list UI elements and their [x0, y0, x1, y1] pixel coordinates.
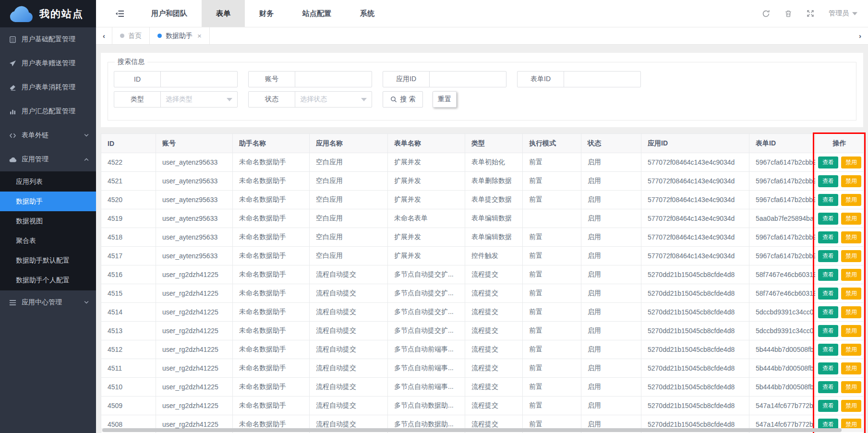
disable-button[interactable]: 禁用	[841, 344, 861, 356]
sidebar-subitem-数据助手个人配置[interactable]: 数据助手个人配置	[0, 270, 96, 290]
disable-button[interactable]: 禁用	[841, 213, 861, 225]
fullscreen-icon[interactable]	[807, 10, 814, 17]
sidebar-item-app-manage[interactable]: 应用管理	[0, 147, 96, 171]
field-input-应用ID[interactable]	[430, 72, 506, 87]
table-cell-actions: 查看禁用	[816, 378, 864, 397]
field-select-状态[interactable]: 选择状态	[295, 92, 372, 107]
sidebar-item-user-form-gift[interactable]: 用户表单赠送管理	[0, 51, 96, 75]
trash-icon[interactable]	[784, 10, 792, 18]
disable-button[interactable]: 禁用	[841, 194, 861, 206]
sidebar-item-user-summary[interactable]: 用户汇总配置管理	[0, 99, 96, 123]
column-header-执行模式: 执行模式	[523, 134, 581, 153]
view-button[interactable]: 查看	[818, 269, 838, 281]
page-tab-数据助手[interactable]: 数据助手×	[149, 27, 210, 44]
reset-button[interactable]: 重置	[433, 91, 457, 108]
view-button[interactable]: 查看	[818, 288, 838, 300]
table-cell: 前置	[523, 153, 581, 172]
view-button[interactable]: 查看	[818, 156, 838, 168]
field-input-表单ID[interactable]	[564, 72, 640, 87]
table-cell: 表单编辑数据	[465, 209, 523, 228]
table-cell-actions: 查看禁用	[816, 247, 864, 265]
view-button[interactable]: 查看	[818, 194, 838, 206]
sidebar-submenu: 应用列表数据助手数据视图聚合表数据助手默认配置数据助手个人配置	[0, 171, 96, 290]
user-menu[interactable]: 管理员	[829, 9, 857, 18]
sidebar-item-app-center-manage[interactable]: 应用中心管理	[0, 290, 96, 314]
logo[interactable]: 我的站点	[0, 0, 96, 27]
table-cell: 流程提交	[465, 359, 523, 378]
table-cell: user_rg2dzh41225	[156, 359, 233, 378]
page-tabs: 首页数据助手×	[112, 27, 210, 44]
sidebar-item-user-form-consume[interactable]: 用户表单消耗管理	[0, 75, 96, 99]
view-button[interactable]: 查看	[818, 306, 838, 318]
field-select-类型[interactable]: 选择类型	[161, 92, 237, 107]
view-button[interactable]: 查看	[818, 231, 838, 243]
tabs-scroll-left-icon[interactable]: ‹	[96, 27, 112, 44]
view-button[interactable]: 查看	[818, 400, 838, 412]
table-cell: 多节点自动前端事...	[388, 359, 465, 378]
disable-button[interactable]: 禁用	[841, 156, 861, 168]
table-row-4521: 4521user_aytenz95633未命名数据助手空白应用扩展并发表单删除数…	[101, 172, 864, 191]
view-button[interactable]: 查看	[818, 175, 838, 187]
field-label: ID	[114, 72, 161, 87]
table-cell: 577072f08464c143e4c9034d	[641, 247, 749, 265]
table-cell: 前置	[523, 303, 581, 322]
view-button[interactable]: 查看	[818, 213, 838, 225]
sidebar-item-label: 应用管理	[22, 155, 84, 164]
disable-button[interactable]: 禁用	[841, 325, 861, 337]
disable-button[interactable]: 禁用	[841, 250, 861, 262]
tabs-scroll-right-icon[interactable]: ›	[852, 27, 868, 44]
view-button[interactable]: 查看	[818, 344, 838, 356]
view-button[interactable]: 查看	[818, 381, 838, 393]
sidebar-subitem-数据助手默认配置[interactable]: 数据助手默认配置	[0, 251, 96, 270]
table-cell: 启用	[581, 209, 641, 228]
sidebar-item-form-external-link[interactable]: 表单外链	[0, 123, 96, 147]
sidebar-subitem-应用列表[interactable]: 应用列表	[0, 172, 96, 192]
sidebar-subitem-数据助手[interactable]: 数据助手	[0, 192, 96, 211]
disable-button[interactable]: 禁用	[841, 400, 861, 412]
horizontal-scrollbar-thumb[interactable]	[102, 428, 842, 432]
field-input-ID[interactable]	[161, 72, 237, 87]
table-cell-actions: 查看禁用	[816, 284, 864, 303]
table-cell: 577072f08464c143e4c9034d	[641, 153, 749, 172]
topnav-tab-站点配置[interactable]: 站点配置	[288, 0, 346, 27]
disable-button[interactable]: 禁用	[841, 306, 861, 318]
sidebar-subitem-聚合表[interactable]: 聚合表	[0, 231, 96, 251]
disable-button[interactable]: 禁用	[841, 381, 861, 393]
sidebar-subitem-数据视图[interactable]: 数据视图	[0, 211, 96, 231]
table-cell: 流程提交	[465, 378, 523, 397]
search-button[interactable]: 搜 索	[383, 91, 423, 108]
refresh-icon[interactable]	[762, 10, 770, 18]
table-cell-actions: 查看禁用	[816, 153, 864, 172]
table-cell-actions: 查看禁用	[816, 397, 864, 415]
field-label: 表单ID	[518, 72, 564, 87]
view-button[interactable]: 查看	[818, 325, 838, 337]
horizontal-scrollbar[interactable]	[101, 428, 863, 432]
page-tab-首页[interactable]: 首页	[112, 27, 149, 44]
close-icon[interactable]: ×	[197, 32, 202, 40]
table-cell: user_aytenz95633	[156, 172, 233, 191]
sidebar-item-user-base-config[interactable]: 用户基础配置管理	[0, 27, 96, 51]
collapse-sidebar-icon[interactable]	[115, 10, 124, 17]
table-cell: 前置	[523, 359, 581, 378]
topnav-tab-表单[interactable]: 表单	[202, 0, 245, 27]
table-cell: 5270dd21b15045cb8cfde4d8	[641, 340, 749, 359]
table-cell: 多节点自动提交扩...	[388, 303, 465, 322]
table-cell: 5aa0ab7fe25894ba	[749, 209, 816, 228]
disable-button[interactable]: 禁用	[841, 269, 861, 281]
table-cell: 启用	[581, 172, 641, 191]
disable-button[interactable]: 禁用	[841, 362, 861, 374]
disable-button[interactable]: 禁用	[841, 175, 861, 187]
disable-button[interactable]: 禁用	[841, 288, 861, 300]
table-cell: 多节点自动提交扩...	[388, 284, 465, 303]
table-row-4516: 4516user_rg2dzh41225未命名数据助手流程自动提交多节点自动提交…	[101, 265, 864, 284]
topnav-tab-财务[interactable]: 财务	[245, 0, 288, 27]
table-cell: user_rg2dzh41225	[156, 265, 233, 284]
field-input-账号[interactable]	[295, 72, 372, 87]
topnav-tab-系统[interactable]: 系统	[346, 0, 389, 27]
table-row-4509: 4509user_rg2dzh41225未命名数据助手流程自动提交多节点自动数据…	[101, 397, 864, 415]
disable-button[interactable]: 禁用	[841, 231, 861, 243]
view-button[interactable]: 查看	[818, 362, 838, 374]
topnav-tab-用户和团队[interactable]: 用户和团队	[137, 0, 202, 27]
table-cell: user_aytenz95633	[156, 228, 233, 247]
view-button[interactable]: 查看	[818, 250, 838, 262]
